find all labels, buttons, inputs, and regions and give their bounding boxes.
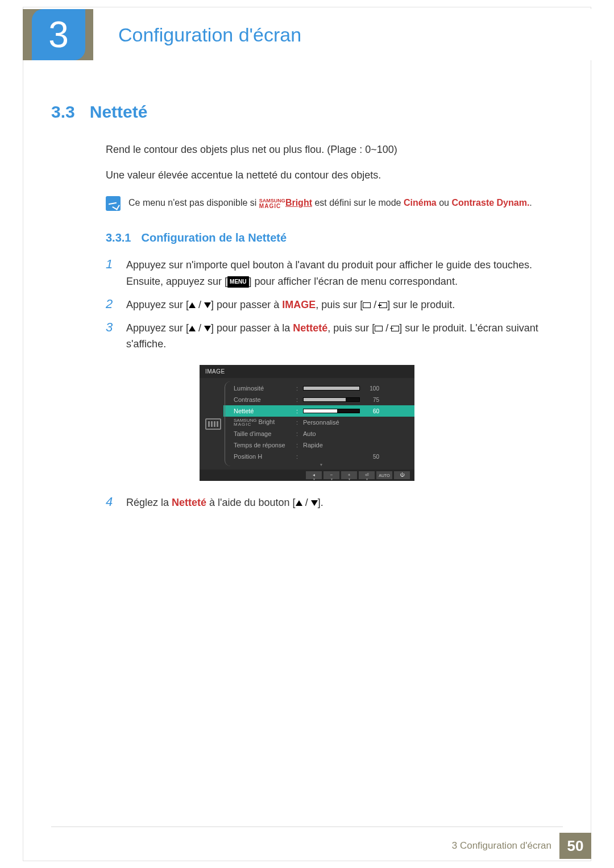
osd-row-magic-bright: SAMSUNGMAGIC Bright: Personnalisé: [228, 417, 409, 428]
osd-row-temps: Temps de réponse: Rapide: [228, 439, 409, 451]
osd-footer-power-icon: ⏻: [394, 471, 410, 479]
osd-row-nettete-selected: Netteté: 60: [223, 405, 414, 417]
rect-enter-icon: [379, 302, 387, 308]
chapter-number: 3: [48, 14, 69, 56]
osd-footer: ◂▾ −▾ +▾ ⏎▾ AUTO ⏻: [200, 470, 414, 481]
osd-left-panel: [200, 378, 227, 470]
intro-paragraph-1: Rend le contour des objets plus net ou p…: [106, 141, 563, 159]
osd-image-icon: [205, 418, 221, 430]
step-3-text: Appuyez sur [ / ] pour passer à la Nette…: [126, 320, 563, 353]
menu-button-icon: MENU: [227, 276, 248, 288]
step-4-text: Réglez la Netteté à l'aide du bouton [ /…: [126, 495, 323, 511]
up-triangle-icon: [189, 302, 196, 308]
note-or: ou: [437, 198, 452, 207]
samsung-magic-logo: SAMSUNGMAGIC: [259, 198, 285, 208]
bright-label: Bright: [285, 198, 312, 207]
step-number: 2: [106, 297, 116, 313]
step-2-text: Appuyez sur [ / ] pour passer à IMAGE, p…: [126, 297, 455, 313]
rect-enter-icon: [391, 326, 399, 331]
step-number: 1: [106, 257, 116, 290]
osd-rows: Luminosité: 100 Contraste: 75 Netteté: 6…: [227, 378, 414, 470]
osd-bar: [303, 386, 360, 391]
osd-title: IMAGE: [200, 365, 414, 378]
step-number: 3: [106, 320, 116, 353]
osd-row-luminosite: Luminosité: 100: [228, 383, 409, 394]
subsection-title: Configuration de la Netteté: [141, 231, 287, 244]
rect-icon: [375, 326, 383, 331]
note-end: .: [529, 198, 532, 207]
osd-row-taille: Taille d'image: Auto: [228, 428, 409, 439]
osd-bar: [303, 409, 360, 413]
page-number: 50: [559, 833, 591, 859]
osd-curve: [225, 381, 230, 466]
osd-footer-minus-icon: −▾: [323, 471, 339, 479]
note-row: Ce menu n'est pas disponible si SAMSUNGM…: [106, 196, 563, 211]
chapter-number-badge: 3: [32, 9, 85, 60]
rect-icon: [363, 302, 371, 308]
content-area: 3.3 Netteté Rend le contour des objets p…: [51, 102, 563, 518]
step-number: 4: [106, 495, 116, 511]
osd-footer-plus-icon: +▾: [341, 471, 357, 479]
down-triangle-icon: [204, 302, 211, 308]
header-white-area: Configuration d'écran: [93, 9, 591, 60]
note-icon: [106, 196, 121, 211]
down-triangle-icon: [204, 326, 211, 331]
osd-bar: [303, 397, 360, 402]
osd-footer-left-icon: ◂▾: [306, 471, 322, 479]
osd-down-arrow: ▾: [228, 462, 409, 467]
osd-footer-auto-button: AUTO: [376, 471, 392, 479]
down-triangle-icon: [311, 500, 318, 506]
osd-row-contraste: Contraste: 75: [228, 394, 409, 405]
footer-divider: [51, 827, 563, 827]
nettete-label: Netteté: [172, 497, 206, 508]
subsection-number: 3.3.1: [106, 231, 131, 244]
up-triangle-icon: [189, 326, 196, 331]
image-label: IMAGE: [282, 299, 316, 310]
nettete-label: Netteté: [293, 322, 327, 334]
step-3: 3 Appuyez sur [ / ] pour passer à la Net…: [106, 320, 563, 353]
osd-row-position-h: Position H: 50: [228, 451, 409, 462]
step-1: 1 Appuyez sur n'importe quel bouton à l'…: [106, 257, 563, 290]
section-heading: 3.3 Netteté: [51, 102, 563, 122]
footer: 3 Configuration d'écran 50: [452, 833, 591, 859]
section-title: Netteté: [90, 102, 148, 122]
intro-paragraph-2: Une valeur élevée accentue la netteté du…: [106, 167, 563, 184]
step-4: 4 Réglez la Netteté à l'aide du bouton […: [106, 495, 563, 511]
step-1-text: Appuyez sur n'importe quel bouton à l'av…: [126, 257, 563, 290]
subsection-heading: 3.3.1 Configuration de la Netteté: [106, 231, 563, 244]
cinema-label: Cinéma: [404, 198, 437, 207]
note-mid: est défini sur le mode: [312, 198, 404, 207]
step-2: 2 Appuyez sur [ / ] pour passer à IMAGE,…: [106, 297, 563, 313]
footer-text: 3 Configuration d'écran: [452, 840, 551, 852]
note-text: Ce menu n'est pas disponible si SAMSUNGM…: [128, 196, 532, 210]
contrast-label: Contraste Dynam.: [451, 198, 529, 207]
chapter-title: Configuration d'écran: [118, 24, 301, 46]
osd-body: Luminosité: 100 Contraste: 75 Netteté: 6…: [200, 378, 414, 470]
up-triangle-icon: [296, 500, 302, 506]
note-pre: Ce menu n'est pas disponible si: [128, 198, 259, 207]
osd-menu: IMAGE Luminosité: 100 Contraste: 75 Nett…: [200, 365, 414, 481]
osd-footer-enter-icon: ⏎▾: [359, 471, 375, 479]
header-banner: Configuration d'écran: [23, 9, 591, 60]
section-number: 3.3: [51, 102, 75, 122]
